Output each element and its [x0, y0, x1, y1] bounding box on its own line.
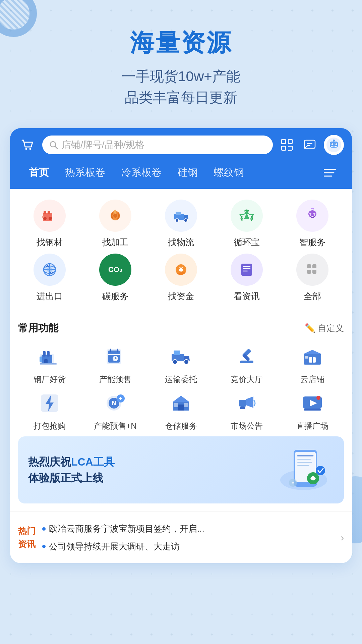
svg-point-31 [113, 214, 117, 218]
news-item-1[interactable]: 欧冶云商服务宁波宝新项目签约，开启... [42, 520, 334, 537]
banner-image [274, 446, 334, 493]
banner-title-line1: 热烈庆祝LCA工具 [28, 454, 274, 470]
auction-icon [233, 343, 260, 370]
category-recycle-label: 循环宝 [234, 236, 260, 248]
category-carbon[interactable]: CO₂ 碳服务 [84, 254, 147, 302]
import-export-icon [34, 254, 66, 286]
func-auction-label: 竞价大厅 [231, 374, 263, 384]
search-bar[interactable]: 店铺/牌号/品种/规格 [42, 136, 273, 154]
func-capacity-presale-label: 产能预售 [99, 374, 131, 384]
func-cloud-shop[interactable]: 云店铺 [281, 343, 344, 384]
recycle-icon [231, 200, 263, 232]
nav-tab-cold-coil[interactable]: 冷系板卷 [113, 162, 170, 183]
func-transport[interactable]: 运输委托 [149, 343, 213, 384]
svg-point-44 [47, 267, 52, 272]
category-all[interactable]: 全部 [281, 254, 344, 302]
warehouse-icon [168, 390, 194, 417]
svg-rect-74 [240, 361, 253, 363]
nav-more-button[interactable] [318, 164, 341, 181]
banner-title-line2: 体验版正式上线 [28, 470, 274, 486]
hero-title: 海量资源 [13, 27, 349, 59]
func-capacity-presale[interactable]: 产能预售 [84, 343, 147, 384]
category-machining[interactable]: 找加工 [84, 200, 147, 248]
svg-point-71 [173, 360, 177, 364]
capacity-presale-icon [102, 343, 129, 370]
svg-point-38 [313, 213, 315, 215]
svg-point-28 [49, 217, 52, 220]
svg-point-34 [175, 219, 179, 222]
header-top-row: 店铺/牌号/品种/规格 [18, 135, 344, 155]
svg-rect-58 [47, 351, 50, 357]
cloud-shop-icon [299, 343, 326, 370]
svg-text:N: N [112, 400, 116, 407]
nav-tab-silicon[interactable]: 硅钢 [170, 162, 206, 183]
news-dot-2 [42, 545, 46, 548]
svg-rect-89 [184, 403, 188, 407]
category-carbon-label: 碳服务 [102, 290, 128, 302]
news-icon [231, 254, 263, 286]
category-news[interactable]: 看资讯 [215, 254, 278, 302]
category-smart-service-label: 智服务 [299, 236, 325, 248]
app-header: 店铺/牌号/品种/规格 [10, 128, 352, 189]
message-button[interactable] [301, 136, 318, 154]
category-fund[interactable]: ¥ 找资金 [149, 254, 213, 302]
func-factory-goods[interactable]: 钢厂好货 [18, 343, 81, 384]
svg-line-3 [55, 146, 57, 149]
machining-icon [99, 200, 131, 232]
func-cloud-shop-label: 云店铺 [300, 374, 324, 384]
func-market-notice[interactable]: 市场公告 [215, 390, 278, 431]
svg-point-37 [309, 213, 311, 215]
svg-text:+: + [119, 395, 122, 401]
func-auction[interactable]: 竞价大厅 [215, 343, 278, 384]
func-warehouse[interactable]: 仓储服务 [149, 390, 213, 431]
app-card: 店铺/牌号/品种/规格 [10, 128, 352, 563]
svg-rect-51 [307, 264, 311, 268]
nav-tab-home[interactable]: 首页 [21, 162, 57, 183]
category-recycle[interactable]: 循环宝 [215, 200, 278, 248]
nav-tab-hot-coil[interactable]: 热系板卷 [57, 162, 113, 183]
functions-grid: 钢厂好货 产能预售 [18, 343, 344, 431]
search-input[interactable]: 店铺/牌号/品种/规格 [62, 139, 144, 151]
svg-rect-94 [304, 409, 321, 411]
category-logistics[interactable]: 找物流 [149, 200, 213, 248]
flash-buy-icon [36, 390, 63, 417]
func-flash-buy[interactable]: 打包抢购 [18, 390, 81, 431]
func-flash-buy-label: 打包抢购 [34, 421, 66, 431]
svg-rect-91 [240, 407, 245, 409]
func-live-plaza-label: 直播广场 [296, 421, 328, 431]
all-icon [296, 254, 328, 286]
func-live-plaza[interactable]: 直播广场 [281, 390, 344, 431]
news-arrow[interactable]: › [341, 532, 344, 543]
svg-rect-52 [312, 264, 316, 268]
promo-banner[interactable]: 热烈庆祝LCA工具 体验版正式上线 [18, 436, 344, 503]
avatar-button[interactable] [324, 135, 344, 155]
market-notice-icon [233, 390, 260, 417]
category-smart-service[interactable]: 智服务 [281, 200, 344, 248]
banner-text: 热烈庆祝LCA工具 体验版正式上线 [28, 454, 274, 486]
news-list: 欧冶云商服务宁波宝新项目签约，开启... 公司领导持续开展大调研、大走访 [42, 520, 334, 555]
svg-rect-47 [241, 264, 252, 276]
func-factory-goods-label: 钢厂好货 [34, 374, 66, 384]
cart-button[interactable] [18, 136, 37, 154]
factory-goods-icon [36, 343, 63, 370]
news-section: 热门 资讯 欧冶云商服务宁波宝新项目签约，开启... 公司领导持续开展大调研、大… [10, 512, 352, 563]
svg-point-93 [316, 396, 320, 400]
scan-button[interactable] [278, 136, 296, 154]
hero-subtitle: 一手现货10w+产能 品类丰富每日更新 [13, 66, 349, 108]
nav-tabs: 首页 热系板卷 冷系板卷 硅钢 螺纹钢 [18, 162, 344, 183]
svg-point-72 [184, 360, 189, 364]
customize-button[interactable]: ✏️ 自定义 [305, 322, 344, 334]
header-actions [278, 135, 344, 155]
func-capacity-plus[interactable]: N + 产能预售+N [84, 390, 147, 431]
news-tag-info: 资讯 [18, 538, 36, 550]
func-transport-label: 运输委托 [165, 374, 197, 384]
svg-rect-25 [44, 211, 46, 214]
svg-rect-60 [40, 357, 42, 362]
news-item-2[interactable]: 公司领导持续开展大调研、大走访 [42, 538, 334, 555]
category-all-label: 全部 [304, 290, 321, 302]
nav-tab-rebar[interactable]: 螺纹钢 [206, 162, 252, 183]
transport-icon [168, 343, 194, 370]
category-steel[interactable]: 找钢材 [18, 200, 81, 248]
content-area: 找钢材 找加工 [10, 189, 352, 512]
category-import-export[interactable]: 进出口 [18, 254, 81, 302]
